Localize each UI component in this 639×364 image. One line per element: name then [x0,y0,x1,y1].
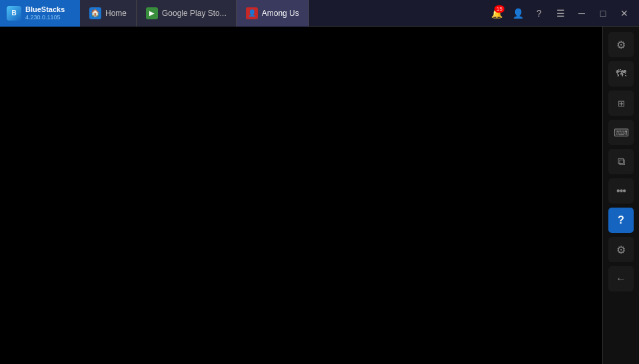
bluestacks-logo[interactable]: B BlueStacks 4.230.0.1105 [0,0,80,27]
profile-button[interactable]: 👤 [508,4,527,23]
close-button[interactable]: ✕ [615,4,634,23]
help-topbar-button[interactable]: ? [530,4,548,23]
keyboard-sidebar-button[interactable]: ⌨ [608,120,634,145]
more-sidebar-button[interactable]: ••• [608,178,634,204]
notification-button[interactable]: 🔔 15 [487,4,506,23]
tab-among-label: Among Us [262,9,299,18]
help-sidebar-button[interactable]: ? [608,208,634,233]
bluestacks-icon: B [7,6,21,21]
grid-sidebar-button[interactable]: ⊞ [608,91,634,116]
topbar-right: 🔔 15 👤 ? ☰ ─ □ ✕ [487,4,639,23]
settings-sidebar-button[interactable]: ⚙ [608,32,634,57]
play-tab-icon: ▶ [146,7,158,19]
among-tab-icon: 👤 [246,7,258,19]
menu-button[interactable]: ☰ [551,4,570,23]
bluestacks-version: 4.230.0.1105 [25,14,65,21]
tab-google-play[interactable]: ▶ Google Play Sto... [137,0,237,27]
minimize-button[interactable]: ─ [572,4,591,23]
copy-sidebar-button[interactable]: ⧉ [608,149,634,174]
home-tab-icon: 🏠 [89,7,101,19]
tab-home[interactable]: 🏠 Home [80,0,137,27]
bluestacks-name: BlueStacks [25,5,65,13]
tab-play-label: Google Play Sto... [162,9,227,18]
tab-home-label: Home [105,9,127,18]
right-sidebar: ⚙ 🗺 ⊞ ⌨ ⧉ ••• ? ⚙ ← [602,27,639,364]
notification-badge: 15 [494,5,504,13]
topbar: B BlueStacks 4.230.0.1105 🏠 Home ▶ Googl… [0,0,639,27]
map-sidebar-button[interactable]: 🗺 [608,61,634,87]
maximize-button[interactable]: □ [594,4,612,23]
gear2-sidebar-button[interactable]: ⚙ [608,237,634,262]
back-sidebar-button[interactable]: ← [608,266,634,291]
tab-among-us[interactable]: 👤 Among Us [237,0,309,27]
